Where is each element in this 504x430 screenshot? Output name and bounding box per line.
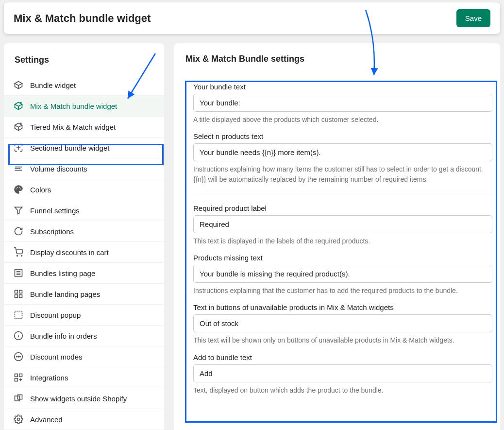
sidebar-item-label: Colors: [30, 186, 51, 194]
field-label: Text in buttons of unavailable products …: [193, 303, 492, 311]
cube-icon: [14, 80, 23, 90]
field-label: Add to bundle text: [193, 353, 492, 361]
products-missing-text-input[interactable]: [193, 265, 492, 283]
svg-rect-6: [19, 295, 22, 298]
sidebar-item-mix-match-bundle-widget[interactable]: Mix & Match bundle widget: [4, 96, 164, 117]
svg-point-1: [21, 256, 22, 257]
unavailable-button-text-input[interactable]: [193, 314, 492, 332]
sidebar-item-discount-popup[interactable]: Discount popup: [4, 305, 164, 326]
sidebar-item-label: Bundle landing pages: [30, 290, 100, 298]
help-text: This text will be shown only on buttons …: [193, 335, 492, 345]
svg-rect-13: [15, 374, 18, 377]
sidebar-list: Bundle widget Mix & Match bundle widget …: [4, 75, 164, 430]
more-icon: [14, 352, 23, 361]
sidebar-item-bundle-widget[interactable]: Bundle widget: [4, 75, 164, 96]
cart-icon: [14, 247, 23, 257]
page-title: Mix & Match bundle widget: [14, 12, 151, 25]
field-add-to-bundle-text: Add to bundle text Text, displayed on bu…: [193, 353, 492, 395]
field-label: Required product label: [193, 204, 492, 212]
required-product-label-input[interactable]: [193, 215, 492, 233]
help-text: Instructions explaining how many items t…: [193, 164, 492, 184]
funnel-icon: [14, 206, 23, 215]
add-to-bundle-text-input[interactable]: [193, 364, 492, 382]
content-area: Settings Bundle widget Mix & Match bundl…: [0, 36, 504, 430]
form-panel: Your bundle text A title displayed above…: [185, 74, 500, 412]
your-bundle-text-input[interactable]: [193, 94, 492, 112]
sidebar-item-bundle-info-orders[interactable]: Bundle info in orders: [4, 326, 164, 346]
sidebar-item-funnel-settings[interactable]: Funnel settings: [4, 200, 164, 221]
sidebar-item-label: Tiered Mix & Match widget: [30, 123, 116, 131]
integrations-icon: [14, 373, 23, 382]
sidebar-item-discount-modes[interactable]: Discount modes: [4, 346, 164, 367]
svg-rect-14: [19, 374, 22, 377]
svg-rect-7: [15, 311, 22, 319]
sidebar-item-label: Bundle widget: [30, 81, 76, 89]
sidebar-item-label: Show widgets outside Shopify: [30, 395, 127, 403]
sidebar-item-show-widgets-outside[interactable]: Show widgets outside Shopify: [4, 388, 164, 409]
field-label: Select n products text: [193, 132, 492, 140]
field-select-n-products-text: Select n products text Instructions expl…: [193, 132, 492, 184]
divider: [193, 194, 492, 194]
select-n-products-text-input[interactable]: [193, 143, 492, 161]
sidebar-item-label: Bundles listing page: [30, 269, 95, 277]
page-header: Mix & Match bundle widget Save: [4, 2, 500, 34]
popup-icon: [14, 310, 23, 320]
svg-point-12: [20, 356, 21, 357]
discount-icon: [14, 164, 23, 173]
cube-tiered-icon: [14, 122, 23, 132]
sidebar-item-label: Integrations: [30, 374, 68, 382]
field-label: Products missing text: [193, 254, 492, 262]
svg-point-18: [17, 418, 20, 421]
save-button[interactable]: Save: [456, 9, 490, 27]
sidebar-item-volume-discounts[interactable]: Volume discounts: [4, 158, 164, 179]
sidebar-item-bundles-listing[interactable]: Bundles listing page: [4, 263, 164, 284]
section-icon: [14, 143, 23, 153]
info-icon: [14, 331, 23, 341]
svg-rect-4: [19, 291, 22, 293]
cube-plus-icon: [14, 101, 23, 111]
sidebar-item-label: Display discounts in cart: [30, 248, 109, 257]
sidebar-item-label: Subscriptions: [30, 227, 74, 236]
sidebar-item-label: Discount popup: [30, 311, 81, 319]
svg-point-10: [17, 356, 17, 357]
sidebar-title: Settings: [4, 43, 164, 75]
gear-icon: [14, 414, 23, 424]
sidebar-item-advanced[interactable]: Advanced: [4, 409, 164, 430]
field-products-missing-text: Products missing text Instructions expla…: [193, 254, 492, 295]
field-required-product-label: Required product label This text is disp…: [193, 204, 492, 246]
main-title: Mix & Match Bundle settings: [185, 54, 500, 64]
svg-rect-5: [15, 295, 18, 298]
help-text: This text is displayed in the labels of …: [193, 236, 492, 246]
svg-rect-3: [15, 291, 18, 293]
sidebar-item-label: Mix & Match bundle widget: [30, 102, 117, 110]
sidebar-item-label: Funnel settings: [30, 206, 80, 215]
sidebar-item-sectioned-bundle[interactable]: Sectioned bundle widget: [4, 138, 164, 158]
sidebar-item-label: Bundle info in orders: [30, 332, 97, 340]
help-text: Instructions explaining that the custome…: [193, 286, 492, 295]
sidebar-item-colors[interactable]: Colors: [4, 179, 164, 200]
grid-icon: [14, 289, 23, 299]
sidebar-item-label: Advanced: [30, 415, 63, 424]
sidebar-item-bundle-landing[interactable]: Bundle landing pages: [4, 284, 164, 305]
svg-point-0: [17, 256, 18, 257]
external-icon: [14, 394, 23, 403]
list-icon: [14, 268, 23, 278]
sidebar-item-label: Volume discounts: [30, 165, 87, 173]
main-panel: Mix & Match Bundle settings Your bundle …: [174, 43, 500, 430]
svg-point-11: [18, 356, 19, 357]
settings-sidebar: Settings Bundle widget Mix & Match bundl…: [4, 43, 164, 430]
field-your-bundle-text: Your bundle text A title displayed above…: [193, 83, 492, 124]
refresh-icon: [14, 226, 23, 236]
sidebar-item-display-discounts-cart[interactable]: Display discounts in cart: [4, 242, 164, 263]
sidebar-item-integrations[interactable]: Integrations: [4, 367, 164, 388]
sidebar-item-tiered-mix-match[interactable]: Tiered Mix & Match widget: [4, 117, 164, 138]
sidebar-item-label: Discount modes: [30, 353, 83, 361]
sidebar-item-label: Sectioned bundle widget: [30, 144, 109, 152]
help-text: A title displayed above the products whi…: [193, 115, 492, 124]
svg-rect-15: [15, 378, 18, 381]
field-label: Your bundle text: [193, 83, 492, 91]
palette-icon: [14, 185, 23, 194]
sidebar-item-subscriptions[interactable]: Subscriptions: [4, 221, 164, 242]
help-text: Text, displayed on button which adds the…: [193, 385, 492, 395]
field-unavailable-button-text: Text in buttons of unavailable products …: [193, 303, 492, 345]
